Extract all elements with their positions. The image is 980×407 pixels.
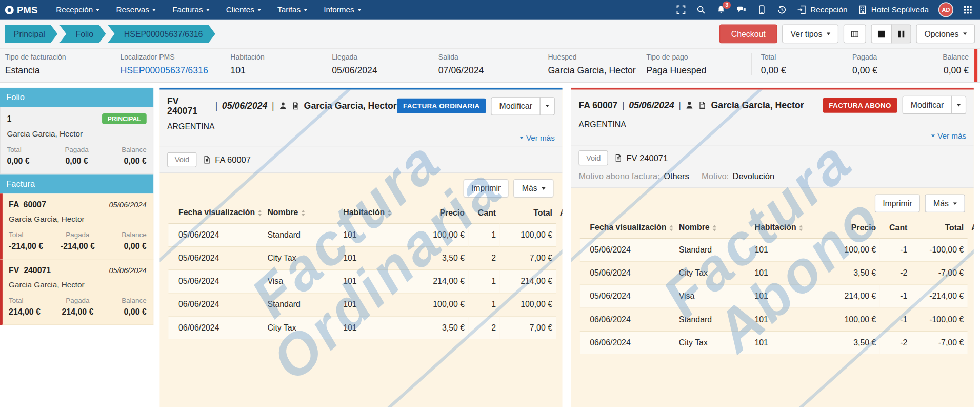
pause-icon: [898, 30, 904, 37]
checkout-button[interactable]: Checkout: [719, 25, 777, 44]
column-header-precio[interactable]: Precio: [825, 218, 879, 238]
apps-grid-icon[interactable]: [963, 5, 972, 14]
ver-mas-link[interactable]: Ver más: [931, 131, 966, 140]
factura-card[interactable]: FV 240071 05/06/2024 Garcia Garcia, Hect…: [0, 260, 153, 325]
document-icon: [203, 156, 211, 164]
top-navbar: PMS Recepción Reservas Facturas: [0, 0, 980, 20]
breadcrumb-item[interactable]: Folio: [59, 25, 106, 43]
notification-badge: 3: [723, 1, 731, 9]
column-header-total[interactable]: Total: [499, 202, 556, 223]
pms-application: PMS Recepción Reservas Facturas: [0, 0, 980, 407]
ver-mas-link[interactable]: Ver más: [520, 133, 555, 142]
imprimir-button[interactable]: Imprimir: [874, 195, 920, 212]
nav-menu-item[interactable]: Recepción: [48, 0, 108, 20]
document-icon: [614, 153, 623, 162]
related-invoice-link[interactable]: FA 60007: [203, 155, 251, 164]
fullscreen-icon[interactable]: [676, 5, 686, 14]
column-header-cant[interactable]: Cant: [468, 202, 499, 223]
column-header-cant[interactable]: Cant: [880, 218, 911, 238]
info-salida: Salida 07/06/2024: [438, 53, 548, 75]
nav-menu-item[interactable]: Facturas: [164, 0, 218, 20]
breadcrumb-item[interactable]: HSEP00005637/6316: [108, 25, 215, 43]
column-header-habitacion[interactable]: Habitación: [751, 218, 825, 238]
modificar-dropdown-toggle[interactable]: [951, 96, 966, 114]
info-llegada: Llegada 05/06/2024: [332, 53, 438, 75]
info-pagada: Pagada 0,00 €: [852, 53, 938, 75]
hotel-building-icon: [858, 5, 867, 14]
mas-dropdown[interactable]: Más: [514, 179, 554, 197]
ver-tipos-dropdown[interactable]: Ver tipos: [783, 25, 838, 44]
column-header-total[interactable]: Total: [911, 218, 968, 238]
column-header-fecha[interactable]: Fecha visualización: [168, 202, 264, 223]
nav-menu-item[interactable]: Clientes: [218, 0, 269, 20]
mas-dropdown[interactable]: Más: [925, 195, 965, 212]
nav-menu-item[interactable]: Reservas: [108, 0, 165, 20]
stop-view-button[interactable]: [871, 25, 892, 44]
reception-door-icon: [797, 5, 807, 14]
bell-icon[interactable]: 3: [716, 5, 726, 14]
navbar-right: 3 Recepción Hotel Sepúlveda AD: [676, 3, 972, 16]
modificar-button[interactable]: Modificar: [491, 97, 541, 115]
imprimir-button[interactable]: Imprimir: [463, 179, 509, 197]
sidebar: Folio 1 PRINCIPAL Garcia Garcia, Hector …: [0, 83, 153, 407]
column-header-habitacion[interactable]: Habitación: [339, 202, 413, 223]
nav-menu-label: Clientes: [226, 5, 254, 14]
breadcrumb: Principal Folio HSEP00005637/6316: [5, 25, 217, 43]
column-header-precio[interactable]: Precio: [413, 202, 468, 223]
void-button[interactable]: Void: [578, 150, 608, 165]
history-icon[interactable]: [777, 5, 787, 14]
document-icon: [698, 101, 707, 109]
table-row: 05/06/2024 Standard 101 100,00 € 1 100,0…: [168, 223, 556, 246]
invoice-code: FA 60007: [578, 100, 617, 110]
localizador-link[interactable]: HSEP00005637/6316: [120, 65, 225, 75]
chevron-down-icon: [963, 32, 967, 35]
reception-shortcut[interactable]: Recepción: [797, 5, 848, 14]
folio-guest: Garcia Garcia, Hector: [7, 130, 146, 139]
invoice-country: ARGENTINA: [578, 120, 966, 129]
column-header-nombre[interactable]: Nombre: [264, 202, 339, 223]
column-header-nombre[interactable]: Nombre: [675, 218, 751, 238]
gear-logo-icon: [5, 5, 14, 14]
chevron-down-icon: [304, 8, 307, 11]
breadcrumb-toolbar: Principal Folio HSEP00005637/6316 Checko…: [0, 20, 980, 48]
ver-tipos-label: Ver tipos: [791, 29, 823, 38]
factura-guest: Garcia Garcia, Hector: [9, 215, 147, 224]
factura-ordinaria-panel: FV 240071 | 05/06/2024 | Garcia Garcia, …: [159, 88, 562, 407]
column-header-fecha[interactable]: Fecha visualización: [580, 218, 675, 238]
void-button[interactable]: Void: [167, 152, 197, 167]
app-logo[interactable]: PMS: [5, 5, 38, 15]
modificar-dropdown-toggle[interactable]: [540, 97, 555, 115]
table-row: 06/06/2024 City Tax 101 3,50 € -2 -7,00 …: [580, 331, 968, 354]
factura-date: 05/06/2024: [109, 200, 146, 209]
search-icon[interactable]: [696, 5, 706, 14]
nav-menu-item[interactable]: Tarifas: [269, 0, 315, 20]
avatar[interactable]: AD: [939, 3, 953, 16]
modificar-button[interactable]: Modificar: [903, 96, 952, 114]
breadcrumb-item[interactable]: Principal: [5, 25, 57, 43]
nav-menu-label: Informes: [324, 5, 354, 14]
nav-menu-item[interactable]: Informes: [315, 0, 369, 20]
pause-view-button[interactable]: [891, 25, 911, 44]
factura-card[interactable]: FA 60007 05/06/2024 Garcia Garcia, Hecto…: [0, 193, 153, 259]
invoice-date: 05/06/2024: [222, 101, 268, 111]
invoice-code: FV 240071: [167, 96, 211, 116]
nav-menu-label: Recepción: [56, 5, 93, 14]
table-row: 05/06/2024 City Tax 101 3,50 € -2 -7,00 …: [580, 261, 968, 284]
related-invoice-link[interactable]: FV 240071: [614, 153, 668, 163]
hotel-selector[interactable]: Hotel Sepúlveda: [858, 5, 929, 14]
folio-section-header: Folio: [0, 88, 153, 107]
invoice-guest: Garcia Garcia, Hector: [304, 101, 397, 111]
invoice-guest: Garcia Garcia, Hector: [711, 100, 804, 110]
columns-view-button[interactable]: [844, 25, 866, 44]
invoice-lines-table: Fecha visualización Nombre Habitación Pr…: [580, 218, 968, 354]
info-habitacion: Habitación 101: [230, 53, 332, 75]
content-area: Folio 1 PRINCIPAL Garcia Garcia, Hector …: [0, 83, 980, 407]
info-total: Total 0,00 €: [761, 53, 852, 75]
factura-code: FV 240071: [9, 266, 51, 275]
chat-icon[interactable]: [736, 5, 747, 14]
folio-card[interactable]: 1 PRINCIPAL Garcia Garcia, Hector Total …: [0, 107, 153, 175]
tablet-icon[interactable]: [757, 5, 767, 14]
opciones-dropdown[interactable]: Opciones: [916, 25, 975, 44]
view-mode-group: [871, 25, 911, 44]
chevron-down-icon: [96, 8, 99, 11]
